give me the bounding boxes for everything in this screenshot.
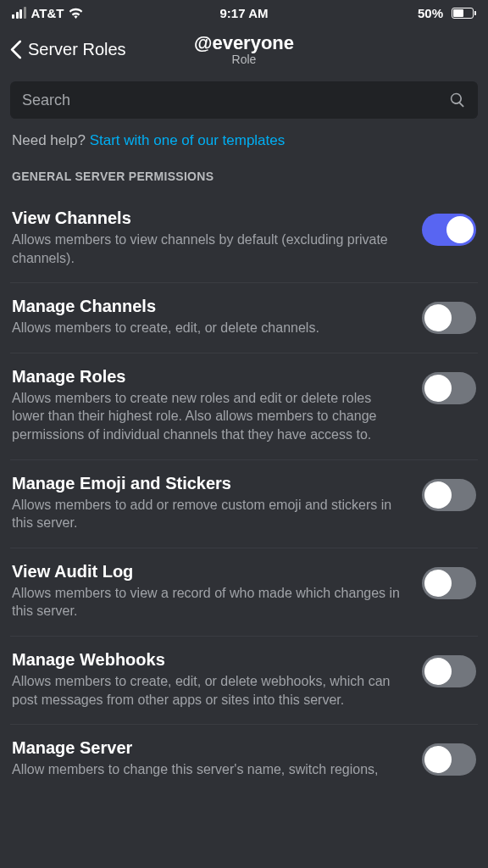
permission-desc: Allows members to view channels by defau… [12, 231, 407, 267]
permission-title: Manage Server [12, 738, 407, 758]
toggle-view-channels[interactable] [422, 214, 476, 246]
help-row: Need help? Start with one of our templat… [10, 119, 478, 164]
status-bar: AT&T 9:17 AM 50% [0, 0, 488, 25]
permission-manage-server: Manage Server Allow members to change th… [10, 725, 478, 794]
toggle-knob [424, 481, 452, 509]
permission-text: Manage Channels Allows members to create… [12, 297, 407, 337]
permission-title: Manage Channels [12, 297, 407, 316]
permission-title: View Audit Log [12, 562, 407, 581]
content-scroll[interactable]: Need help? Start with one of our templat… [0, 73, 488, 868]
permission-title: Manage Webhooks [12, 650, 407, 670]
status-right: 50% [418, 6, 476, 20]
permission-title: View Channels [12, 209, 407, 228]
nav-header: Server Roles @everyone Role [0, 25, 488, 73]
permission-title: Manage Emoji and Stickers [12, 474, 407, 493]
permission-text: Manage Webhooks Allows members to create… [12, 650, 407, 709]
toggle-manage-emoji[interactable] [422, 479, 476, 511]
toggle-knob [424, 304, 452, 331]
page-subtitle: Role [194, 53, 294, 66]
status-left: AT&T [12, 6, 83, 20]
permission-desc: Allows members to create, edit, or delet… [12, 672, 407, 709]
permission-view-audit-log: View Audit Log Allows members to view a … [10, 548, 478, 637]
toggle-manage-server[interactable] [422, 743, 476, 776]
permissions-list: View Channels Allows members to view cha… [10, 195, 478, 794]
chevron-left-icon [10, 40, 21, 58]
permission-manage-emoji: Manage Emoji and Stickers Allows members… [10, 460, 478, 548]
battery-icon [448, 8, 476, 19]
page-title: @everyone [194, 32, 294, 53]
permission-desc: Allows members to create, edit, or delet… [12, 319, 407, 337]
permission-text: Manage Roles Allows members to create ne… [12, 367, 407, 444]
toggle-manage-channels[interactable] [422, 302, 476, 334]
permission-title: Manage Roles [12, 367, 407, 387]
toggle-view-audit-log[interactable] [422, 567, 476, 599]
permission-view-channels: View Channels Allows members to view cha… [10, 195, 478, 283]
permission-desc: Allows members to create new roles and e… [12, 389, 407, 444]
permission-manage-webhooks: Manage Webhooks Allows members to create… [10, 637, 478, 725]
toggle-knob [424, 746, 452, 773]
permission-text: View Channels Allows members to view cha… [12, 209, 407, 267]
toggle-knob [446, 216, 474, 243]
carrier-label: AT&T [31, 6, 64, 20]
section-header: GENERAL SERVER PERMISSIONS [10, 164, 478, 195]
permission-desc: Allows members to view a record of who m… [12, 584, 407, 620]
search-box[interactable] [10, 81, 478, 119]
templates-link[interactable]: Start with one of our templates [90, 132, 286, 148]
toggle-knob [424, 375, 452, 402]
permission-manage-roles: Manage Roles Allows members to create ne… [10, 353, 478, 460]
toggle-manage-roles[interactable] [422, 372, 476, 404]
permission-manage-channels: Manage Channels Allows members to create… [10, 283, 478, 353]
search-icon [449, 92, 466, 108]
permission-text: Manage Server Allow members to change th… [12, 738, 407, 779]
toggle-manage-webhooks[interactable] [422, 655, 476, 687]
permission-text: Manage Emoji and Stickers Allows members… [12, 474, 407, 532]
toggle-knob [424, 570, 452, 597]
back-button[interactable]: Server Roles [10, 40, 126, 59]
toggle-knob [424, 658, 452, 685]
search-input[interactable] [22, 92, 441, 109]
back-label: Server Roles [28, 40, 126, 59]
permission-desc: Allows members to add or remove custom e… [12, 496, 407, 532]
wifi-icon [69, 8, 83, 19]
permission-text: View Audit Log Allows members to view a … [12, 562, 407, 620]
battery-percent: 50% [418, 6, 443, 20]
cell-signal-icon [12, 7, 26, 19]
help-prefix: Need help? [12, 132, 90, 148]
clock: 9:17 AM [220, 6, 269, 20]
permission-desc: Allow members to change this server's na… [12, 760, 407, 779]
nav-title: @everyone Role [194, 32, 294, 66]
